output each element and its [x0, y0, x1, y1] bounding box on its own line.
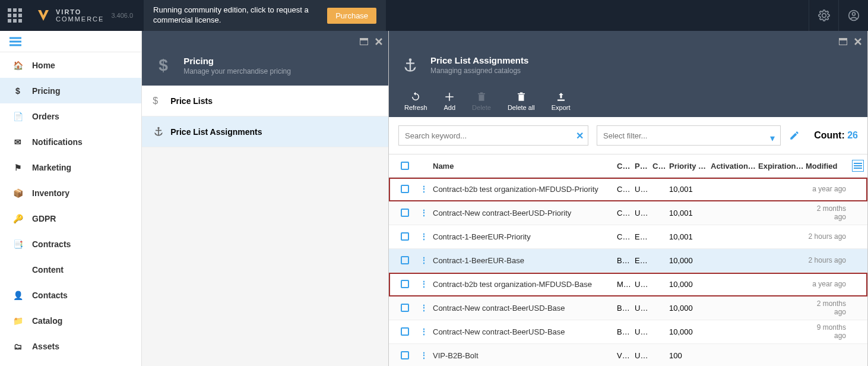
toolbar-label: Refresh [404, 104, 427, 111]
table-row[interactable]: ⋮Contract-New contract-BeerUSD-BaseB…U…1… [389, 320, 867, 344]
row-actions-button[interactable]: ⋮ [420, 255, 428, 265]
row-checkbox[interactable] [401, 304, 409, 312]
row-checkbox[interactable] [401, 232, 409, 241]
nav-label: Notifications [32, 137, 83, 147]
edit-filter-button[interactable] [789, 130, 800, 141]
sidebar-item-marketing[interactable]: ⚑Marketing [0, 154, 141, 180]
row-actions-button[interactable]: ⋮ [420, 208, 428, 217]
column-modified[interactable]: Modified [806, 162, 852, 171]
maximize-button[interactable] [839, 38, 847, 45]
sidebar-item-home[interactable]: 🏠Home [0, 52, 141, 78]
sidebar-item-notifications[interactable]: ✉Notifications [0, 129, 141, 154]
column-settings-button[interactable] [852, 160, 864, 172]
virto-logo-icon [36, 8, 51, 23]
column-priority[interactable]: Priority … [669, 162, 711, 171]
brand[interactable]: VIRTO COMMERCE 3.406.0 [30, 8, 133, 23]
sidebar-item-contacts[interactable]: 👤Contacts [0, 282, 141, 308]
maximize-button[interactable] [360, 38, 368, 45]
list-icon: $ [153, 96, 170, 106]
list-item[interactable]: $Price Lists [142, 86, 388, 116]
table-row[interactable]: ⋮Contract-New contract-BeerUSD-PriorityC… [389, 201, 867, 225]
column-expiration[interactable]: Expiration… [758, 162, 806, 171]
toolbar-add-button[interactable]: Add [436, 91, 464, 111]
table-row[interactable]: ⋮VIP-B2B-BoltV…U…100 [389, 344, 867, 366]
sidebar-item-inventory[interactable]: 📦Inventory [0, 180, 141, 206]
count-label: Count: 26 [814, 130, 858, 141]
row-modified: 2 hours ago [806, 256, 852, 264]
search-input[interactable] [398, 125, 588, 146]
sidebar-item-content[interactable]: Content [0, 257, 141, 282]
row-priority: 10,000 [669, 280, 711, 289]
settings-button[interactable] [809, 0, 838, 31]
assignments-blade: Price List Assignments Managing assigned… [389, 31, 868, 366]
row-c3: B… [617, 304, 635, 313]
row-c4: U… [635, 351, 652, 360]
toolbar-export-button[interactable]: Export [543, 91, 579, 111]
sidebar-item-assets[interactable]: 🗂Assets [0, 333, 141, 359]
list-item[interactable]: Price List Assignments [142, 116, 388, 147]
row-priority: 10,001 [669, 232, 711, 241]
row-checkbox[interactable] [401, 185, 409, 193]
sidebar-item-gdpr[interactable]: 🔑GDPR [0, 206, 141, 231]
row-actions-button[interactable]: ⋮ [420, 279, 428, 289]
account-button[interactable] [838, 0, 868, 31]
column-catalog[interactable]: C… [617, 162, 635, 171]
row-checkbox[interactable] [401, 256, 409, 264]
close-button[interactable] [854, 38, 861, 45]
select-all-checkbox[interactable] [401, 162, 409, 170]
row-actions-button[interactable]: ⋮ [420, 303, 428, 313]
brand-top: VIRTO [56, 8, 104, 15]
close-icon [375, 38, 382, 45]
nav-label: GDPR [32, 214, 56, 223]
row-actions-button[interactable]: ⋮ [420, 184, 428, 194]
delete-all-icon [516, 91, 527, 102]
hamburger-icon [854, 162, 862, 169]
row-priority: 10,000 [669, 304, 711, 313]
sidebar-item-catalog[interactable]: 📁Catalog [0, 308, 141, 333]
toolbar-delete-all-button[interactable]: Delete all [499, 91, 543, 111]
sidebar-item-pricing[interactable]: $Pricing [0, 78, 141, 103]
row-actions-button[interactable]: ⋮ [420, 327, 428, 336]
table-row[interactable]: ⋮Contract-New contract-BeerUSD-BaseB…U…1… [389, 296, 867, 320]
sidebar-item-orders[interactable]: 📄Orders [0, 103, 141, 129]
gear-icon [818, 10, 830, 21]
purchase-button[interactable]: Purchase [327, 8, 376, 24]
row-modified: 9 months ago [806, 323, 852, 340]
column-name[interactable]: Name [433, 162, 617, 171]
brand-bottom: COMMERCE [56, 15, 104, 23]
row-modified: 2 months ago [806, 299, 852, 316]
row-name: Contract-1-BeerEUR-Base [433, 256, 617, 265]
nav-icon: ⚑ [12, 163, 24, 172]
row-actions-button[interactable]: ⋮ [420, 232, 428, 241]
row-checkbox[interactable] [401, 209, 409, 217]
clear-search-button[interactable]: ✕ [576, 130, 584, 141]
menu-toggle-button[interactable] [9, 37, 21, 46]
sidebar-item-contracts[interactable]: 📑Contracts [0, 231, 141, 257]
nav-icon: 🏠 [12, 61, 24, 70]
toolbar-refresh-button[interactable]: Refresh [396, 91, 436, 111]
sidebar: 🏠Home$Pricing📄Orders✉Notifications⚑Marke… [0, 31, 142, 366]
row-modified: a year ago [806, 185, 852, 193]
svg-rect-7 [156, 130, 161, 131]
row-checkbox[interactable] [401, 280, 409, 288]
table-row[interactable]: ⋮Contract-1-BeerEUR-PriorityC…E…10,0012 … [389, 225, 867, 249]
table-row[interactable]: ⋮Contract-b2b test organization-MFDUSD-P… [389, 178, 867, 201]
column-pricelist[interactable]: P… [635, 162, 652, 171]
column-activation[interactable]: Activation… [711, 162, 758, 171]
filter-select[interactable] [597, 125, 781, 146]
svg-rect-3 [360, 38, 368, 40]
delete-icon [476, 91, 487, 102]
row-c4: U… [635, 185, 652, 194]
nav-icon: 👤 [12, 291, 24, 300]
row-checkbox[interactable] [401, 351, 409, 359]
apps-button[interactable] [0, 0, 30, 31]
nav-icon: 📑 [12, 239, 24, 249]
row-name: Contract-1-BeerEUR-Priority [433, 232, 617, 241]
list-label: Price Lists [170, 96, 213, 106]
table-row[interactable]: ⋮Contract-1-BeerEUR-BaseB…E…10,0002 hour… [389, 249, 867, 273]
table-row[interactable]: ⋮Contract-b2b test organization-MFDUSD-B… [389, 273, 867, 296]
row-actions-button[interactable]: ⋮ [420, 351, 428, 360]
column-currency[interactable]: C… [652, 162, 669, 171]
close-button[interactable] [375, 38, 382, 45]
row-checkbox[interactable] [401, 327, 409, 336]
